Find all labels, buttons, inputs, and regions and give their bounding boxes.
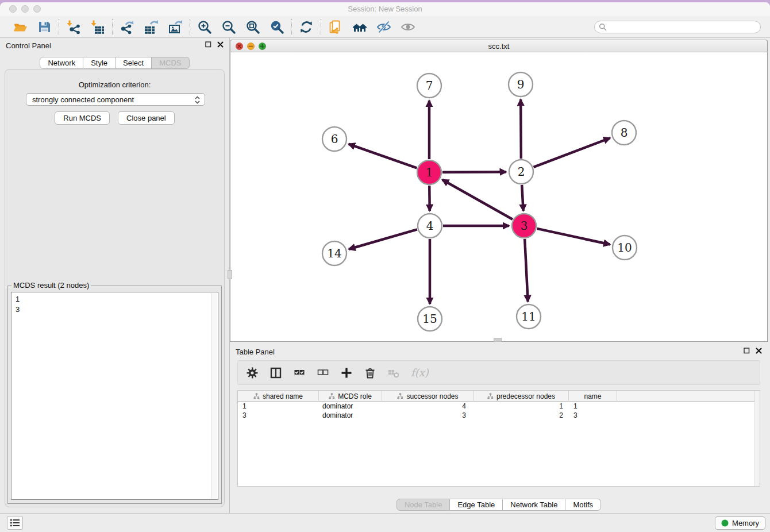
node-7[interactable]: 7 (417, 74, 441, 98)
delete-columns-icon[interactable] (364, 367, 376, 379)
node-table[interactable]: shared nameMCDS rolesuccessor nodesprede… (237, 390, 760, 487)
zoom-selected-icon[interactable] (270, 20, 284, 34)
column-header-mcds-role[interactable]: MCDS role (319, 391, 382, 402)
task-list-icon (10, 518, 20, 527)
control-panel-title: Control Panel (6, 41, 51, 50)
column-header-shared-name[interactable]: shared name (238, 391, 319, 402)
export-image-icon[interactable] (168, 20, 183, 34)
main-window: Session: New Session (0, 2, 770, 532)
task-history-button[interactable] (7, 516, 23, 530)
result-scrollbar[interactable] (211, 293, 217, 499)
network-resize-handle[interactable] (494, 338, 502, 342)
open-session-icon[interactable] (13, 20, 28, 34)
mcds-result-box[interactable]: 1 3 (11, 292, 218, 500)
node-8[interactable]: 8 (612, 121, 636, 145)
tab-network-table[interactable]: Network Table (503, 499, 565, 511)
node-1[interactable]: 1 (417, 160, 441, 184)
search-input[interactable] (594, 21, 761, 33)
edge-3-10[interactable] (537, 229, 610, 245)
zoom-fit-icon[interactable] (245, 20, 260, 34)
edge-4-14[interactable] (349, 229, 417, 249)
import-network-icon[interactable] (66, 20, 81, 34)
svg-text:6: 6 (331, 132, 338, 146)
run-mcds-button[interactable]: Run MCDS (55, 111, 110, 125)
workspace: scc.txt 7968124314101511 Table Panel (230, 38, 768, 515)
panel-splitter-handle[interactable] (228, 270, 232, 279)
tab-mcds[interactable]: MCDS (152, 57, 189, 69)
table-cell: 1 (238, 402, 319, 411)
node-3[interactable]: 3 (512, 214, 536, 238)
edge-1-2[interactable] (442, 172, 506, 172)
mcds-panel: Optimization criterion: strongly connect… (5, 69, 225, 507)
table-row[interactable]: 3dominator323 (238, 411, 760, 420)
function-builder-icon[interactable]: f(x) (411, 367, 429, 379)
save-session-icon[interactable] (37, 20, 52, 34)
close-panel-icon[interactable] (756, 348, 762, 354)
svg-text:10: 10 (617, 241, 632, 255)
node-9[interactable]: 9 (509, 72, 533, 97)
search-box (594, 21, 761, 33)
edge-2-3[interactable] (522, 185, 523, 211)
node-11[interactable]: 11 (517, 304, 541, 329)
mcds-result-fieldset: MCDS result (2 nodes) 1 3 (7, 286, 222, 504)
tab-style[interactable]: Style (83, 57, 116, 69)
criterion-select[interactable]: strongly connected component (26, 93, 205, 106)
new-column-icon[interactable] (340, 367, 353, 379)
attribute-icon (397, 393, 403, 399)
edge-2-8[interactable] (534, 138, 610, 167)
tab-select[interactable]: Select (116, 57, 152, 69)
show-columns-icon[interactable] (270, 367, 282, 379)
table-tabs: Node TableEdge TableNetwork TableMotifs (230, 499, 768, 511)
edge-2-9[interactable] (521, 99, 521, 159)
network-canvas[interactable]: 7968124314101511 (230, 52, 768, 342)
node-10[interactable]: 10 (613, 236, 637, 260)
column-header-successor-nodes[interactable]: successor nodes (382, 391, 474, 402)
edge-3-1[interactable] (442, 180, 513, 219)
hide-selected-icon[interactable] (376, 20, 391, 34)
table-scrollbar[interactable] (754, 391, 760, 486)
svg-text:1: 1 (426, 165, 433, 179)
table-options-icon[interactable] (246, 367, 259, 379)
export-network-icon[interactable] (120, 20, 134, 34)
apply-layout-icon[interactable] (299, 20, 314, 34)
network-canvas-svg: 7968124314101511 (230, 52, 767, 341)
float-panel-icon[interactable] (205, 41, 211, 48)
tab-edge-table[interactable]: Edge Table (450, 499, 503, 511)
edge-3-11[interactable] (525, 239, 528, 302)
node-14[interactable]: 14 (322, 241, 346, 265)
table-panel-title: Table Panel (236, 348, 275, 356)
column-header-predecessor-nodes[interactable]: predecessor nodes (474, 391, 569, 402)
control-panel: Control Panel NetworkStyleSelectMCDS Opt… (0, 38, 230, 515)
delete-table-icon[interactable] (387, 367, 400, 379)
tab-network[interactable]: Network (40, 57, 83, 69)
column-header-name[interactable]: name (569, 391, 617, 402)
table-row[interactable]: 1dominator411 (238, 402, 760, 411)
zoom-out-icon[interactable] (221, 20, 236, 34)
close-panel-icon[interactable] (217, 41, 224, 48)
float-panel-icon[interactable] (744, 348, 750, 354)
close-panel-button[interactable]: Close panel (118, 111, 175, 125)
tab-motifs[interactable]: Motifs (565, 499, 601, 511)
node-6[interactable]: 6 (322, 127, 346, 151)
node-4[interactable]: 4 (418, 214, 442, 238)
tab-node-table[interactable]: Node Table (396, 499, 451, 511)
select-stepper-icon (194, 95, 201, 105)
import-table-icon[interactable] (90, 20, 105, 34)
svg-text:9: 9 (517, 78, 525, 91)
node-15[interactable]: 15 (418, 307, 442, 331)
new-network-from-selection-icon[interactable] (328, 20, 343, 34)
memory-button[interactable]: Memory (715, 516, 765, 530)
table-cell: 3 (382, 411, 474, 420)
zoom-in-icon[interactable] (197, 20, 212, 34)
edge-1-6[interactable] (349, 144, 417, 168)
node-2[interactable]: 2 (509, 160, 533, 184)
export-table-icon[interactable] (144, 20, 159, 34)
select-all-rows-icon[interactable] (293, 367, 306, 379)
first-neighbors-icon[interactable] (352, 20, 367, 34)
control-panel-tabs: NetworkStyleSelectMCDS (0, 57, 229, 69)
table-toolbar: f(x) (237, 360, 760, 385)
table-cell: 4 (382, 402, 474, 411)
show-all-icon[interactable] (401, 20, 415, 34)
table-body: 1dominator4113dominator323 (238, 402, 760, 420)
deselect-all-rows-icon[interactable] (317, 367, 329, 379)
